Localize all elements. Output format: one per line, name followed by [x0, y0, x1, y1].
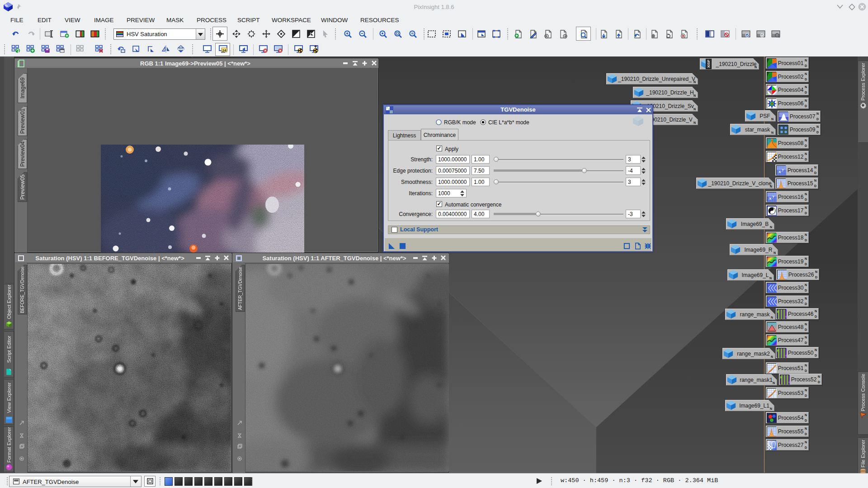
svg-text:y: y — [782, 168, 784, 172]
svg-text:24: 24 — [222, 48, 226, 52]
svg-text:x: x — [769, 195, 772, 201]
svg-text:x: x — [778, 169, 781, 174]
svg-text:y: y — [772, 194, 774, 198]
